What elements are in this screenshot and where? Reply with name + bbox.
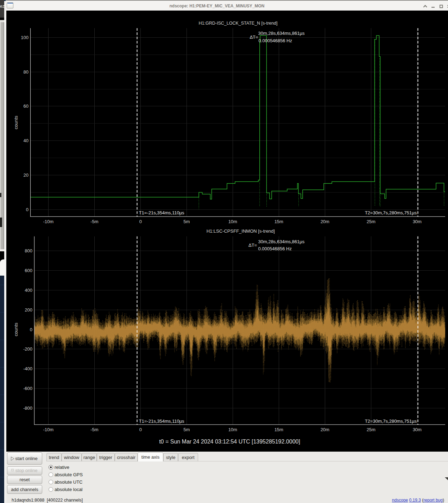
svg-text:T2=30m,7s,280ms,751µs: T2=30m,7s,280ms,751µs bbox=[365, 419, 417, 424]
svg-text:200: 200 bbox=[25, 307, 32, 313]
svg-text:25m: 25m bbox=[367, 219, 376, 224]
svg-text:100: 100 bbox=[21, 35, 29, 40]
svg-text:H1:LSC-CPSFF_INMON [s-trend]: H1:LSC-CPSFF_INMON [s-trend] bbox=[207, 228, 275, 234]
svg-text:10m: 10m bbox=[228, 219, 237, 224]
svg-text:T1=-21s,354ms,110µs: T1=-21s,354ms,110µs bbox=[139, 419, 185, 424]
svg-text:30m: 30m bbox=[413, 427, 422, 432]
svg-text:T1=-21s,354ms,110µs: T1=-21s,354ms,110µs bbox=[139, 210, 185, 215]
svg-text:600: 600 bbox=[25, 268, 32, 273]
svg-text:-10m: -10m bbox=[43, 427, 53, 432]
svg-text:30m: 30m bbox=[413, 219, 422, 224]
svg-text:T2=30m,7s,280ms,751µs: T2=30m,7s,280ms,751µs bbox=[365, 210, 417, 215]
svg-text:counts: counts bbox=[13, 115, 19, 129]
svg-text:t0 = Sun Mar 24 2024 03:12:54: t0 = Sun Mar 24 2024 03:12:54 UTC [13952… bbox=[159, 439, 300, 445]
svg-text:0: 0 bbox=[139, 219, 142, 224]
svg-text:-800: -800 bbox=[23, 405, 32, 411]
svg-text:80: 80 bbox=[24, 69, 29, 75]
svg-text:0.000546856 Hz: 0.000546856 Hz bbox=[258, 246, 292, 251]
svg-text:5m: 5m bbox=[183, 219, 190, 224]
svg-text:-5m: -5m bbox=[90, 427, 98, 432]
svg-text:15m: 15m bbox=[275, 427, 283, 432]
svg-text:-200: -200 bbox=[23, 346, 32, 352]
svg-text:-10m: -10m bbox=[43, 219, 53, 224]
svg-text:10m: 10m bbox=[228, 427, 237, 432]
svg-text:counts: counts bbox=[13, 322, 19, 336]
svg-text:20m: 20m bbox=[321, 427, 329, 432]
svg-text:-5m: -5m bbox=[90, 219, 98, 224]
svg-text:ΔT=: ΔT= bbox=[248, 243, 257, 248]
svg-text:0.000546856 Hz: 0.000546856 Hz bbox=[259, 38, 292, 43]
svg-text:60: 60 bbox=[24, 103, 29, 109]
svg-text:400: 400 bbox=[25, 288, 32, 293]
svg-text:ΔT=: ΔT= bbox=[250, 34, 258, 40]
svg-text:20: 20 bbox=[24, 172, 29, 178]
svg-text:30m,28s,634ms,861µs: 30m,28s,634ms,861µs bbox=[258, 239, 305, 244]
svg-text:5m: 5m bbox=[183, 427, 190, 432]
svg-text:40: 40 bbox=[24, 138, 29, 143]
svg-text:30m,28s,634ms,861µs: 30m,28s,634ms,861µs bbox=[258, 31, 305, 36]
svg-text:20m: 20m bbox=[321, 219, 329, 224]
svg-text:-600: -600 bbox=[23, 386, 32, 391]
svg-text:0: 0 bbox=[139, 427, 142, 432]
svg-text:15m: 15m bbox=[275, 219, 283, 224]
svg-text:800: 800 bbox=[25, 248, 32, 253]
svg-text:-400: -400 bbox=[23, 366, 32, 371]
svg-text:0: 0 bbox=[30, 327, 32, 332]
svg-text:0: 0 bbox=[26, 207, 29, 212]
svg-text:25m: 25m bbox=[367, 427, 376, 432]
svg-text:H1:GRD-ISC_LOCK_STATE_N [s-tre: H1:GRD-ISC_LOCK_STATE_N [s-trend] bbox=[199, 21, 278, 26]
